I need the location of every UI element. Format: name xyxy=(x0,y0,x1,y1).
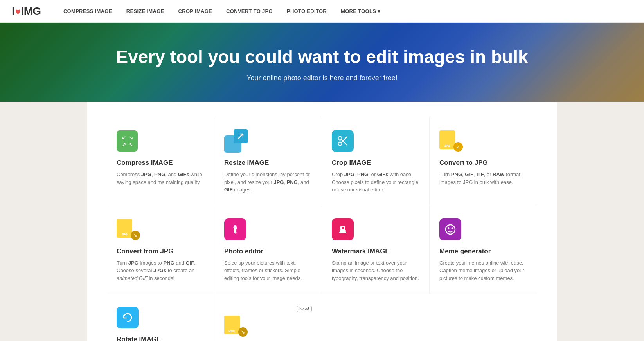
crop-icon xyxy=(332,130,354,152)
meme-icon xyxy=(439,218,461,240)
scissors-svg xyxy=(337,135,349,147)
rotate-tool-name: Rotate IMAGE xyxy=(117,336,204,341)
arrow-tr: ↘ xyxy=(128,134,134,141)
svg-rect-8 xyxy=(339,232,346,233)
main-nav: COMPRESS IMAGE RESIZE IMAGE CROP IMAGE C… xyxy=(56,0,387,23)
header: I♥IMG COMPRESS IMAGE RESIZE IMAGE CROP I… xyxy=(0,0,644,23)
meme-icon-wrapper xyxy=(439,218,527,241)
hero-title-text1: Every tool you could want to xyxy=(116,47,366,67)
cfj-arrow: ↘ xyxy=(131,231,140,240)
html-arrow: ↘ xyxy=(238,327,248,337)
hero-title-bold: edit images in bulk xyxy=(366,47,528,67)
compress-icon-wrapper: ↙ ↘ ↗ ↖ xyxy=(117,129,204,153)
watermark-tool-desc: Stamp an image or text over your images … xyxy=(332,259,419,282)
watermark-icon xyxy=(332,218,354,240)
svg-point-11 xyxy=(448,227,450,229)
hero-banner: Every tool you could want to edit images… xyxy=(0,23,644,114)
convert-to-jpg-icon-wrapper: JPG ↙ xyxy=(439,129,527,153)
convert-from-jpg-tool-name: Convert from JPG xyxy=(117,247,204,255)
svg-point-9 xyxy=(342,227,344,229)
tool-card-resize[interactable]: Resize IMAGE Define your dimensions, by … xyxy=(214,117,322,206)
watermark-tool-name: Watermark IMAGE xyxy=(332,247,419,255)
html-icon: HTML ↘ xyxy=(224,316,248,337)
photo-editor-icon-wrapper xyxy=(224,218,312,241)
jpg-arrow-overlay: ↙ xyxy=(453,142,463,152)
convert-from-jpg-tool-desc: Turn JPG images to PNG and GIF. Choose s… xyxy=(117,259,204,282)
nav-resize[interactable]: RESIZE IMAGE xyxy=(119,0,171,23)
tool-card-crop[interactable]: Crop IMAGE Crop JPG, PNG, or GIFs with e… xyxy=(322,117,430,206)
arrow-tl: ↙ xyxy=(121,134,127,141)
crop-tool-name: Crop IMAGE xyxy=(332,159,419,167)
tool-card-meme[interactable]: Meme generator Create your memes online … xyxy=(430,206,537,294)
tools-grid: ↙ ↘ ↗ ↖ Compress IMAGE Compress JPG, PNG… xyxy=(107,117,537,341)
arrow-br: ↖ xyxy=(128,141,134,148)
nav-more-tools[interactable]: MORE TOOLS ▾ xyxy=(334,0,387,23)
nav-convert-to-jpg[interactable]: CONVERT TO JPG xyxy=(219,0,280,23)
crop-icon-wrapper xyxy=(332,129,419,153)
nav-photo-editor[interactable]: PHOTO EDITOR xyxy=(280,0,334,23)
face-svg xyxy=(444,224,456,235)
tool-card-convert-from-jpg[interactable]: JPG ↘ Convert from JPG Turn JPG images t… xyxy=(107,206,214,294)
compress-icon: ↙ ↘ ↗ ↖ xyxy=(117,130,138,152)
convert-from-jpg-icon-wrapper: JPG ↘ xyxy=(117,218,204,241)
meme-tool-desc: Create your memes online with ease. Capt… xyxy=(439,259,527,282)
convert-to-jpg-tool-desc: Turn PNG, GIF, TIF, or RAW format images… xyxy=(439,171,527,186)
hero-title: Every tool you could want to edit images… xyxy=(116,46,528,68)
resize-tool-name: Resize IMAGE xyxy=(224,159,312,167)
rotate-icon-wrapper xyxy=(117,306,204,329)
tool-card-convert-to-jpg[interactable]: JPG ↙ Convert to JPG Turn PNG, GIF, TIF,… xyxy=(430,117,537,206)
resize-tool-desc: Define your dimensions, by percent or pi… xyxy=(224,171,312,194)
resize-icon xyxy=(224,129,248,153)
tool-card-watermark[interactable]: Watermark IMAGE Stamp an image or text o… xyxy=(322,206,430,294)
svg-point-10 xyxy=(446,225,455,234)
svg-rect-6 xyxy=(340,230,346,232)
logo-heart-icon: ♥ xyxy=(15,6,20,17)
cfj-file-bg: JPG xyxy=(117,219,132,238)
convert-from-jpg-icon: JPG ↘ xyxy=(117,219,140,240)
compress-tool-name: Compress IMAGE xyxy=(117,159,204,167)
logo-text: I♥IMG xyxy=(12,5,41,18)
stamp-svg xyxy=(337,224,349,235)
convert-to-jpg-icon: JPG ↙ xyxy=(439,130,463,152)
nav-compress[interactable]: COMPRESS IMAGE xyxy=(56,0,119,23)
resize-top-rect xyxy=(234,129,248,143)
tool-card-rotate[interactable]: Rotate IMAGE Rotate many images JPG, PNG… xyxy=(107,294,214,341)
html-file-bg: HTML xyxy=(224,316,240,334)
hero-subtitle: Your online photo editor is here and for… xyxy=(246,74,398,82)
logo[interactable]: I♥IMG xyxy=(12,5,41,18)
rotate-icon xyxy=(117,307,139,328)
meme-tool-name: Meme generator xyxy=(439,247,527,255)
watermark-icon-wrapper xyxy=(332,218,419,241)
jpg-file-bg: JPG xyxy=(439,130,455,149)
nav-crop[interactable]: CROP IMAGE xyxy=(171,0,219,23)
more-tools-label: MORE TOOLS ▾ xyxy=(341,8,380,14)
tool-card-photo-editor[interactable]: Photo editor Spice up your pictures with… xyxy=(214,206,322,294)
new-badge-row: New! xyxy=(224,306,312,314)
compress-tool-desc: Compress JPG, PNG, and GIFs while saving… xyxy=(117,171,204,186)
photo-editor-tool-desc: Spice up your pictures with text, effect… xyxy=(224,259,312,282)
resize-arrow-svg xyxy=(237,132,245,140)
tool-card-html-to-image[interactable]: New! HTML ↘ HTML to IMAGE Convert webpag… xyxy=(214,294,322,341)
svg-point-12 xyxy=(452,227,453,229)
tool-card-compress[interactable]: ↙ ↘ ↗ ↖ Compress IMAGE Compress JPG, PNG… xyxy=(107,117,214,206)
convert-to-jpg-tool-name: Convert to JPG xyxy=(439,159,527,167)
crop-tool-desc: Crop JPG, PNG, or GIFs with ease. Choose… xyxy=(332,171,419,194)
pencil-svg xyxy=(230,224,241,235)
arrow-bl: ↗ xyxy=(121,141,127,148)
html-icon-wrapper: HTML ↘ xyxy=(224,314,312,338)
resize-icon-wrapper xyxy=(224,129,312,153)
new-badge: New! xyxy=(297,306,312,312)
photo-editor-tool-name: Photo editor xyxy=(224,247,312,255)
rotate-svg xyxy=(122,312,133,323)
tools-container: ↙ ↘ ↗ ↖ Compress IMAGE Compress JPG, PNG… xyxy=(87,102,557,341)
photo-editor-icon xyxy=(224,218,246,240)
